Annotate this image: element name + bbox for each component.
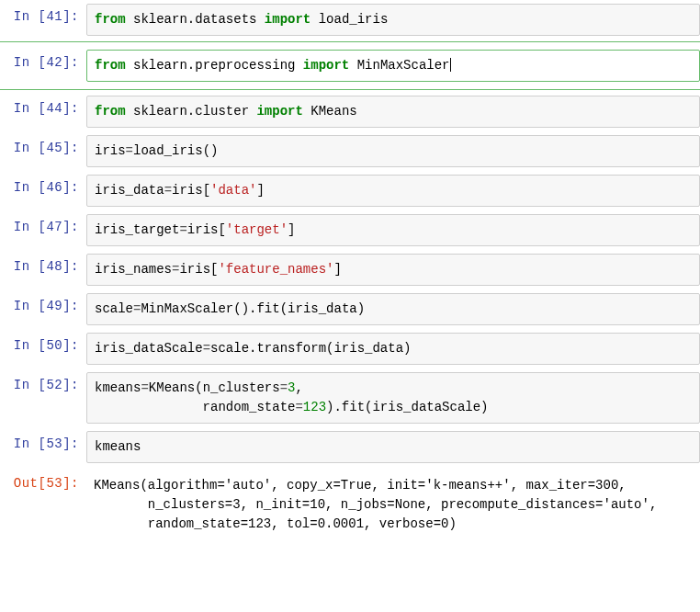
code-input[interactable]: iris_dataScale=scale.transform(iris_data… — [86, 333, 700, 365]
input-cell: In [49]:scale=MinMaxScaler().fit(iris_da… — [0, 289, 700, 329]
code-token — [126, 12, 133, 27]
input-prompt: In [50]: — [0, 333, 86, 357]
input-cell: In [45]:iris=load_iris() — [0, 131, 700, 171]
code-input[interactable]: scale=MinMaxScaler().fit(iris_data) — [86, 293, 700, 325]
code-token: (). — [233, 301, 256, 316]
code-token: scale.transform — [210, 341, 326, 356]
code-token: iris[ — [179, 262, 218, 277]
code-input[interactable]: iris_data=iris['data'] — [86, 175, 700, 207]
input-cell: In [46]:iris_data=iris['data'] — [0, 171, 700, 210]
output-cell: Out[53]:KMeans(algorithm='auto', copy_x=… — [0, 467, 700, 543]
input-cell: In [50]:iris_dataScale=scale.transform(i… — [0, 329, 700, 368]
input-prompt: In [41]: — [0, 4, 86, 28]
code-token: ] — [256, 183, 264, 198]
code-token: from — [95, 58, 126, 73]
code-token: () — [203, 143, 219, 158]
code-token: , — [295, 380, 302, 395]
code-token: iris[ — [172, 183, 210, 198]
code-token: iris_data — [95, 183, 164, 198]
input-prompt: In [45]: — [0, 135, 86, 159]
code-token: import — [303, 58, 349, 73]
code-token: random_state — [95, 400, 295, 414]
code-token: iris_dataScale — [95, 341, 203, 356]
code-input[interactable]: kmeans — [86, 431, 700, 463]
code-input[interactable]: iris_names=iris['feature_names'] — [86, 254, 700, 286]
input-cell: In [47]:iris_target=iris['target'] — [0, 210, 700, 250]
input-cell: In [52]:kmeans=KMeans(n_clusters=3, rand… — [0, 368, 700, 427]
code-token: ] — [333, 262, 341, 277]
code-token: = — [203, 341, 210, 356]
code-token: iris_names — [95, 262, 172, 277]
code-token: MinMaxScaler — [357, 58, 450, 73]
input-prompt: In [49]: — [0, 293, 86, 317]
code-input[interactable]: from sklearn.datasets import load_iris — [86, 4, 700, 36]
code-token: iris_target — [95, 222, 179, 237]
code-token: sklearn.preprocessing — [133, 58, 295, 73]
code-input[interactable]: iris=load_iris() — [86, 135, 700, 167]
input-cell: In [42]:from sklearn.preprocessing impor… — [0, 46, 700, 85]
output-text: KMeans(algorithm='auto', copy_x=True, in… — [86, 470, 700, 539]
code-token: 123 — [303, 400, 326, 414]
input-prompt: In [44]: — [0, 96, 86, 119]
code-token — [310, 12, 318, 27]
code-token — [126, 58, 133, 73]
code-token — [295, 58, 302, 73]
text-cursor — [450, 58, 451, 72]
code-token: iris[ — [187, 222, 226, 237]
input-cell: In [41]:from sklearn.datasets import loa… — [0, 0, 700, 40]
code-token: = — [295, 400, 302, 414]
input-cell: In [44]:from sklearn.cluster import KMea… — [0, 92, 700, 131]
code-token: 'target' — [226, 222, 288, 237]
code-token — [126, 104, 133, 119]
code-token: load_iris — [133, 143, 203, 158]
code-token: = — [164, 183, 172, 198]
input-prompt: In [48]: — [0, 254, 86, 278]
code-input[interactable]: from sklearn.preprocessing import MinMax… — [86, 50, 700, 82]
code-token: ] — [288, 222, 295, 237]
input-prompt: In [47]: — [0, 214, 86, 238]
code-token: = — [141, 380, 148, 395]
code-input[interactable]: from sklearn.cluster import KMeans — [86, 96, 700, 128]
code-token: KMeans — [310, 104, 356, 119]
code-token: MinMaxScaler — [141, 301, 233, 316]
code-token: = — [280, 380, 288, 395]
code-token: 'feature_names' — [218, 262, 333, 277]
code-token: 'data' — [210, 183, 256, 198]
code-token: KMeans — [149, 380, 195, 395]
code-token: (iris_data) — [280, 301, 365, 316]
input-prompt: In [46]: — [0, 175, 86, 198]
code-token: scale — [95, 301, 133, 316]
code-token: kmeans — [95, 439, 141, 454]
code-token: sklearn.datasets — [133, 12, 256, 27]
input-prompt: In [53]: — [0, 431, 86, 455]
code-token: import — [265, 12, 310, 27]
code-token: (n_clusters — [195, 380, 279, 395]
code-input[interactable]: iris_target=iris['target'] — [86, 214, 700, 246]
code-token — [256, 12, 264, 27]
input-prompt: In [52]: — [0, 372, 86, 396]
code-input[interactable]: kmeans=KMeans(n_clusters=3, random_state… — [86, 372, 700, 424]
code-token: (iris_data) — [326, 341, 411, 356]
input-cell: In [48]:iris_names=iris['feature_names'] — [0, 250, 700, 289]
code-token: sklearn.cluster — [133, 104, 249, 119]
code-token: kmeans — [95, 380, 141, 395]
input-prompt: In [42]: — [0, 50, 86, 74]
code-token: iris — [95, 143, 126, 158]
output-prompt: Out[53]: — [0, 470, 86, 494]
code-token: = — [179, 222, 186, 237]
code-token: ).fit(iris_dataScale) — [326, 400, 488, 414]
code-token: fit — [256, 301, 279, 316]
code-token: load_iris — [319, 12, 389, 27]
code-token: = — [126, 143, 133, 158]
code-token — [349, 58, 356, 73]
code-token: from — [95, 104, 126, 119]
code-token: import — [256, 104, 302, 119]
input-cell: In [53]:kmeans — [0, 427, 700, 467]
code-token: from — [95, 12, 126, 27]
